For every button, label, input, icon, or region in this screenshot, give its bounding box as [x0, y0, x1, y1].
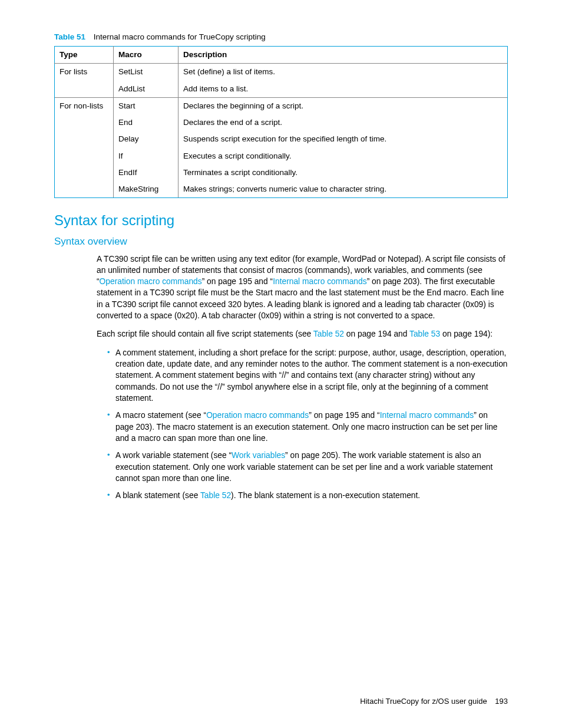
cell-type-empty: [55, 131, 114, 147]
link-work-variables[interactable]: Work variables: [232, 451, 285, 460]
table-number: Table 51: [54, 32, 85, 41]
list-item: A comment statement, including a short p…: [107, 347, 508, 404]
cell-type: For lists: [55, 64, 114, 81]
cell-desc: Makes strings; converts numeric value to…: [178, 181, 508, 198]
cell-macro: End: [114, 114, 178, 131]
page-number: 193: [495, 697, 508, 706]
body-text: A TC390 script file can be written using…: [97, 253, 508, 502]
th-macro: Macro: [114, 47, 178, 64]
cell-type-empty: [55, 81, 114, 98]
table-title: Internal macro commands for TrueCopy scr…: [94, 32, 266, 41]
footer-title: Hitachi TrueCopy for z/OS user guide: [360, 697, 487, 706]
list-item: A macro statement (see “Operation macro …: [107, 410, 508, 444]
cell-macro: Start: [114, 97, 178, 114]
paragraph: Each script file should contain all five…: [97, 328, 508, 340]
subsection-heading: Syntax overview: [54, 235, 508, 249]
link-table-52[interactable]: Table 52: [313, 330, 344, 338]
cell-desc: Terminates a script conditionally.: [178, 164, 508, 181]
link-internal-macro[interactable]: Internal macro commands: [273, 277, 367, 286]
cell-type-empty: [55, 148, 114, 164]
cell-desc: Declares the end of a script.: [178, 114, 508, 131]
link-operation-macro[interactable]: Operation macro commands: [100, 277, 202, 286]
section-heading: Syntax for scripting: [54, 211, 508, 230]
cell-macro: AddList: [114, 81, 178, 98]
table-caption: Table 51 Internal macro commands for Tru…: [54, 32, 508, 42]
th-desc: Description: [178, 47, 508, 64]
cell-desc: Executes a script conditionally.: [178, 148, 508, 164]
cell-macro: Delay: [114, 131, 178, 147]
link-operation-macro[interactable]: Operation macro commands: [206, 411, 309, 420]
cell-desc: Set (define) a list of items.: [178, 64, 508, 81]
cell-desc: Add items to a list.: [178, 81, 508, 98]
paragraph: A TC390 script file can be written using…: [97, 253, 508, 322]
link-table-52[interactable]: Table 52: [200, 491, 231, 500]
macro-table: Type Macro Description For lists SetList…: [54, 46, 508, 198]
cell-type-empty: [55, 164, 114, 181]
cell-macro: If: [114, 148, 178, 164]
cell-desc: Declares the beginning of a script.: [178, 97, 508, 114]
list-item: A blank statement (see Table 52). The bl…: [107, 490, 508, 501]
cell-macro: SetList: [114, 64, 178, 81]
page-footer: Hitachi TrueCopy for z/OS user guide 193: [360, 696, 508, 707]
list-item: A work variable statement (see “Work var…: [107, 450, 508, 484]
bullet-list: A comment statement, including a short p…: [97, 347, 508, 502]
cell-macro: EndIf: [114, 164, 178, 181]
cell-desc: Suspends script execution for the specif…: [178, 131, 508, 147]
cell-type: For non-lists: [55, 97, 114, 114]
link-internal-macro[interactable]: Internal macro commands: [380, 411, 474, 420]
th-type: Type: [55, 47, 114, 64]
link-table-53[interactable]: Table 53: [409, 330, 440, 338]
cell-macro: MakeString: [114, 181, 178, 198]
cell-type-empty: [55, 114, 114, 131]
cell-type-empty: [55, 181, 114, 198]
